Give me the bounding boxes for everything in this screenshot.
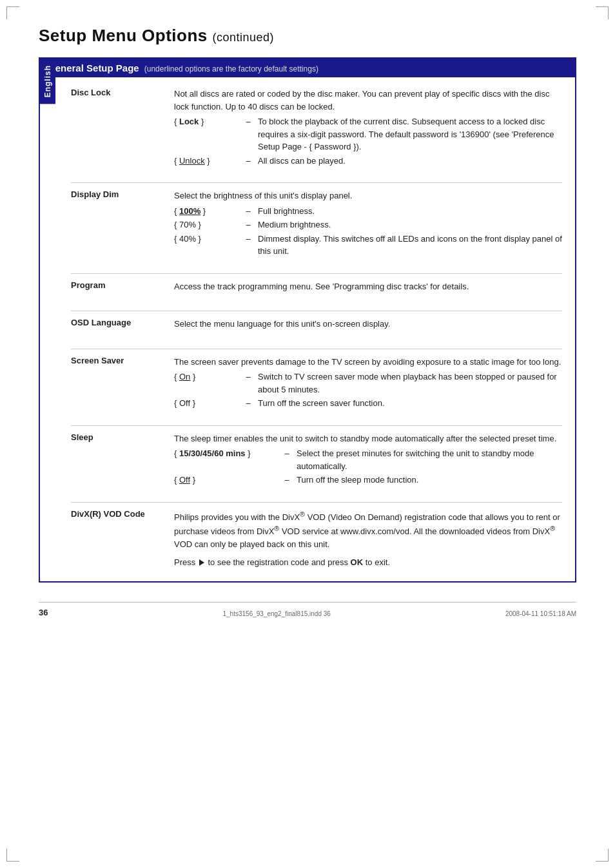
english-tab: English xyxy=(40,59,55,104)
entry-content-1: Select the brightness of this unit's dis… xyxy=(174,189,562,258)
entry-label-6: DivX(R) VOD Code xyxy=(71,509,174,572)
option-key-4-0: { On } xyxy=(174,371,239,383)
entry-intro-0: Not all discs are rated or coded by the … xyxy=(174,88,562,113)
option-key-4-1: { Off } xyxy=(174,397,239,410)
option-row-1-2: { 40% }–Dimmest display. This switches o… xyxy=(174,233,562,258)
entry-2: ProgramAccess the track programming menu… xyxy=(71,280,562,296)
option-row-4-0: { On }–Switch to TV screen saver mode wh… xyxy=(174,371,562,396)
entry-label-3: OSD Language xyxy=(71,318,174,333)
entry-label-4: Screen Saver xyxy=(71,356,174,410)
entry-intro-6: Philips provides you with the DivX® VOD … xyxy=(174,509,562,551)
entry-intro-5: The sleep timer enables the unit to swit… xyxy=(174,432,562,445)
page-title: Setup Menu Options (continued) xyxy=(39,26,576,46)
corner-mark-br xyxy=(596,849,609,862)
divider-3 xyxy=(71,349,562,349)
section-header: General Setup Page (underlined options a… xyxy=(40,59,575,77)
entry-label-2: Program xyxy=(71,280,174,296)
entry-label-0: Disc Lock xyxy=(71,88,174,167)
divider-2 xyxy=(71,311,562,311)
entry-content-6: Philips provides you with the DivX® VOD … xyxy=(174,509,562,572)
option-row-4-1: { Off }–Turn off the screen saver functi… xyxy=(174,397,562,410)
entry-content-0: Not all discs are rated or coded by the … xyxy=(174,88,562,167)
footer-file: 1_hts3156_93_eng2_final815.indd 36 xyxy=(222,610,330,617)
section-subtitle: (underlined options are the factory defa… xyxy=(144,64,318,73)
option-key-0-1: { Unlock } xyxy=(174,155,239,168)
content-inner: Disc LockNot all discs are rated or code… xyxy=(58,77,575,581)
entry-6: DivX(R) VOD CodePhilips provides you wit… xyxy=(71,509,562,572)
corner-mark-tr xyxy=(596,6,609,19)
option-key-1-1: { 70% } xyxy=(174,218,239,231)
entry-4: Screen SaverThe screen saver prevents da… xyxy=(71,356,562,410)
entry-intro-2: Access the track programming menu. See '… xyxy=(174,280,562,293)
footer-date: 2008-04-11 10:51:18 AM xyxy=(505,610,576,617)
title-continued: (continued) xyxy=(213,31,275,44)
entry-content-5: The sleep timer enables the unit to swit… xyxy=(174,432,562,487)
page-number: 36 xyxy=(39,608,48,617)
entry-5: SleepThe sleep timer enables the unit to… xyxy=(71,432,562,487)
corner-mark-bl xyxy=(6,849,19,862)
divider-5 xyxy=(71,502,562,503)
corner-mark-tl xyxy=(6,6,19,19)
entry-extra-6: Press to see the registration code and p… xyxy=(174,556,562,569)
option-row-0-0: { Lock }–To block the playback of the cu… xyxy=(174,115,562,153)
entry-content-2: Access the track programming menu. See '… xyxy=(174,280,562,296)
entry-content-3: Select the menu language for this unit's… xyxy=(174,318,562,333)
option-row-sleep-1: { Off }–Turn off the sleep mode function… xyxy=(174,474,562,487)
divider-1 xyxy=(71,273,562,274)
entry-label-5: Sleep xyxy=(71,432,174,487)
option-row-0-1: { Unlock }–All discs can be played. xyxy=(174,155,562,168)
title-text: Setup Menu Options xyxy=(39,26,208,45)
entry-0: Disc LockNot all discs are rated or code… xyxy=(71,88,562,167)
option-key-sleep-0: { 15/30/45/60 mins } xyxy=(174,447,277,460)
option-key-0-0: { Lock } xyxy=(174,115,239,128)
entries-container: Disc LockNot all discs are rated or code… xyxy=(71,88,562,571)
divider-4 xyxy=(71,425,562,426)
entry-label-1: Display Dim xyxy=(71,189,174,258)
divider-0 xyxy=(71,182,562,183)
option-key-1-2: { 40% } xyxy=(174,233,239,246)
entry-3: OSD LanguageSelect the menu language for… xyxy=(71,318,562,333)
option-key-sleep-1: { Off } xyxy=(174,474,277,487)
footer-area: 36 1_hts3156_93_eng2_final815.indd 36 20… xyxy=(39,602,576,617)
page-container: Setup Menu Options (continued) General S… xyxy=(0,0,615,868)
entry-1: Display DimSelect the brightness of this… xyxy=(71,189,562,258)
entry-intro-4: The screen saver prevents damage to the … xyxy=(174,356,562,369)
entry-content-4: The screen saver prevents damage to the … xyxy=(174,356,562,410)
entry-intro-3: Select the menu language for this unit's… xyxy=(174,318,562,331)
option-row-1-1: { 70% }–Medium brightness. xyxy=(174,218,562,231)
section-title: General Setup Page xyxy=(48,63,139,73)
content-area: General Setup Page (underlined options a… xyxy=(39,57,576,583)
entry-intro-1: Select the brightness of this unit's dis… xyxy=(174,189,562,202)
option-key-1-0: { 100% } xyxy=(174,205,239,218)
option-row-1-0: { 100% }–Full brightness. xyxy=(174,205,562,218)
option-row-sleep-0: { 15/30/45/60 mins }–Select the preset m… xyxy=(174,447,562,472)
